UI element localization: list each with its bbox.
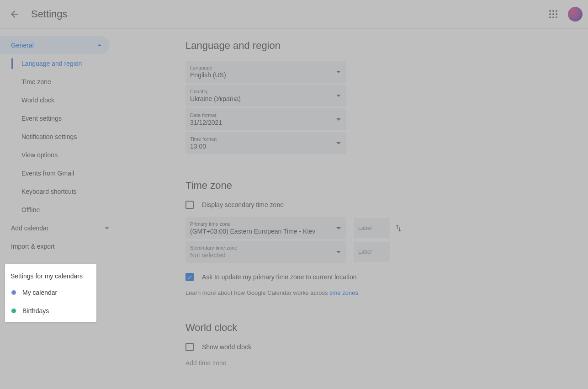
select-value: English (US) <box>190 71 336 79</box>
secondary-timezone-label-input[interactable]: Label <box>354 242 390 262</box>
checkbox-ask-update-timezone[interactable]: Ask to update my primary time zone to cu… <box>185 273 441 281</box>
select-value: Ukraine (Україна) <box>190 95 336 103</box>
panel-heading: Settings for my calendars <box>5 268 96 283</box>
sidebar-group-label: Import & export <box>11 243 111 250</box>
select-value: Not selected <box>190 251 336 259</box>
select-label: Language <box>190 64 336 71</box>
main-content: Language and region Language English (US… <box>117 29 588 389</box>
svg-point-2 <box>556 10 557 12</box>
calendar-color-dot <box>11 309 16 313</box>
svg-point-3 <box>549 13 551 15</box>
svg-point-8 <box>556 16 557 18</box>
select-label: Date format <box>190 112 336 118</box>
arrow-left-icon <box>9 9 20 20</box>
calendar-item-my-calendar[interactable]: My calendar <box>5 283 96 302</box>
add-time-zone-button[interactable]: Add time zone <box>185 359 441 367</box>
sidebar-group-label: General <box>11 42 95 49</box>
sidebar-item-view-options[interactable]: View options <box>12 146 117 164</box>
checkbox-icon <box>185 343 194 351</box>
chevron-down-icon <box>102 224 111 233</box>
sidebar-item-language-region[interactable]: Language and region <box>12 54 117 73</box>
select-value: (GMT+03:00) Eastern European Time - Kiev <box>190 227 336 235</box>
primary-timezone-label-input[interactable]: Label <box>354 218 390 238</box>
avatar[interactable] <box>568 7 583 21</box>
calendar-label: Birthdays <box>22 307 49 314</box>
sidebar-item-notification-settings[interactable]: Notification settings <box>12 128 117 146</box>
dropdown-arrow-icon <box>336 95 341 97</box>
select-time-format[interactable]: Time format 13:00 <box>185 132 346 154</box>
select-country[interactable]: Country Ukraine (Україна) <box>185 85 346 107</box>
checkbox-label: Display secondary time zone <box>202 201 284 208</box>
svg-point-6 <box>549 16 551 18</box>
dropdown-arrow-icon <box>336 227 341 229</box>
sidebar-item-event-settings[interactable]: Event settings <box>12 109 117 128</box>
select-label: Time format <box>190 136 336 142</box>
swap-vertical-icon <box>394 224 403 233</box>
time-zones-link[interactable]: time zones <box>329 289 358 296</box>
sidebar-group-label: Add calendar <box>11 224 102 232</box>
select-label: Country <box>190 88 336 95</box>
svg-point-4 <box>552 13 554 15</box>
sidebar: General Language and region Time zone Wo… <box>0 29 117 389</box>
section-heading: World clock <box>185 322 441 334</box>
sidebar-item-events-from-gmail[interactable]: Events from Gmail <box>12 164 117 182</box>
checkbox-icon <box>185 201 194 209</box>
dropdown-arrow-icon <box>336 142 341 144</box>
select-label: Primary time zone <box>190 221 336 227</box>
back-button[interactable] <box>5 5 24 23</box>
section-language-region: Language and region Language English (US… <box>185 40 441 154</box>
select-label: Secondary time zone <box>190 245 336 251</box>
calendar-label: My calendar <box>22 289 57 296</box>
swap-timezones-button[interactable] <box>394 224 405 234</box>
calendar-item-birthdays[interactable]: Birthdays <box>5 302 96 320</box>
settings-for-my-calendars-panel: Settings for my calendars My calendar Bi… <box>5 264 96 322</box>
learn-more-text: Learn more about how Google Calendar wor… <box>185 289 441 296</box>
section-heading: Language and region <box>185 40 441 52</box>
checkbox-display-secondary[interactable]: Display secondary time zone <box>185 201 441 209</box>
svg-point-0 <box>549 10 551 12</box>
dropdown-arrow-icon <box>336 118 341 121</box>
section-world-clock: World clock Show world clock Add time zo… <box>185 322 441 367</box>
checkbox-show-world-clock[interactable]: Show world clock <box>185 343 441 351</box>
select-language[interactable]: Language English (US) <box>185 61 346 83</box>
dropdown-arrow-icon <box>336 251 341 253</box>
calendar-color-dot <box>11 290 16 295</box>
dropdown-arrow-icon <box>336 71 341 73</box>
select-value: 31/12/2021 <box>190 118 336 127</box>
checkbox-icon <box>185 273 194 281</box>
select-date-format[interactable]: Date format 31/12/2021 <box>185 108 346 130</box>
svg-point-1 <box>552 10 554 12</box>
svg-point-5 <box>556 13 557 15</box>
header-right <box>544 5 583 23</box>
select-secondary-timezone[interactable]: Secondary time zone Not selected <box>185 241 346 263</box>
sidebar-group-general[interactable]: General <box>0 36 110 54</box>
sidebar-item-keyboard-shortcuts[interactable]: Keyboard shortcuts <box>12 182 117 201</box>
page-title: Settings <box>31 8 544 20</box>
svg-point-7 <box>552 16 554 18</box>
chevron-up-icon <box>95 41 104 50</box>
apps-grid-icon <box>549 10 557 18</box>
sidebar-item-offline[interactable]: Offline <box>12 201 117 219</box>
header: Settings <box>0 0 588 29</box>
section-time-zone: Time zone Display secondary time zone Pr… <box>185 180 441 296</box>
sidebar-item-import-export[interactable]: Import & export <box>0 237 117 256</box>
sidebar-group-add-calendar[interactable]: Add calendar <box>0 219 117 237</box>
select-value: 13:00 <box>190 142 336 150</box>
sidebar-item-world-clock[interactable]: World clock <box>12 91 117 109</box>
checkbox-label: Show world clock <box>202 343 251 351</box>
select-primary-timezone[interactable]: Primary time zone (GMT+03:00) Eastern Eu… <box>185 217 346 239</box>
checkbox-label: Ask to update my primary time zone to cu… <box>202 273 356 281</box>
section-heading: Time zone <box>185 180 441 192</box>
apps-button[interactable] <box>544 5 562 23</box>
sidebar-item-time-zone[interactable]: Time zone <box>12 73 117 91</box>
